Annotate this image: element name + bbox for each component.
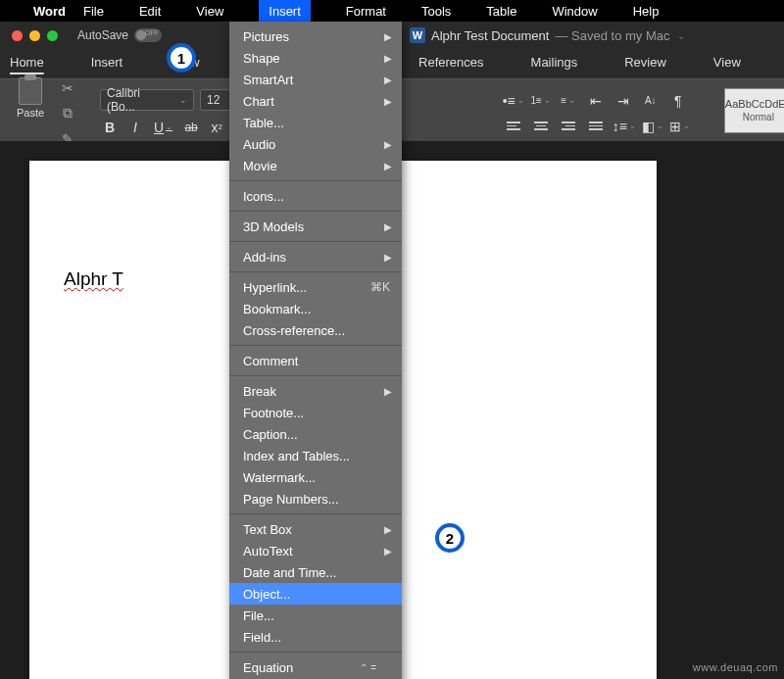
shortcut-label: ⌘K [370, 280, 390, 294]
bold-button[interactable]: B [100, 117, 120, 138]
menubar-file[interactable]: File [83, 4, 104, 19]
minimize-button[interactable] [29, 30, 40, 41]
style-normal[interactable]: AaBbCcDdEe Normal [724, 88, 784, 133]
menu-page-numbers[interactable]: Page Numbers... [229, 488, 402, 509]
menu-index-and-tables[interactable]: Index and Tables... [229, 445, 402, 466]
borders-button[interactable]: ⊞⌄ [669, 117, 691, 136]
pilcrow-button[interactable]: ¶ [667, 91, 689, 111]
menubar-tools[interactable]: Tools [421, 4, 451, 19]
menubar-window[interactable]: Window [552, 4, 597, 19]
menu-shape[interactable]: Shape▶ [229, 47, 402, 69]
menu-separator [229, 652, 402, 653]
menu-icons[interactable]: Icons... [229, 185, 402, 207]
submenu-arrow-icon: ▶ [384, 161, 392, 171]
menu-table[interactable]: Table... [229, 112, 402, 133]
menu-field[interactable]: Field... [229, 626, 402, 648]
menu-watermark[interactable]: Watermark... [229, 466, 402, 488]
menu-separator [229, 513, 402, 514]
menu-bookmark[interactable]: Bookmark... [229, 298, 402, 319]
watermark-text: www.deuaq.com [693, 661, 778, 673]
menu-autotext[interactable]: AutoText▶ [229, 540, 402, 561]
bullets-button[interactable]: •≡⌄ [503, 91, 524, 111]
numbering-button[interactable]: 1≡⌄ [530, 91, 552, 111]
tab-references[interactable]: References [418, 55, 483, 73]
menu-footnote[interactable]: Footnote... [229, 402, 402, 423]
multilevel-button[interactable]: ≡⌄ [558, 91, 579, 111]
menu-caption[interactable]: Caption... [229, 423, 402, 445]
autosave-control[interactable]: AutoSave [77, 28, 162, 42]
document-title: Alphr Test Document [431, 28, 549, 43]
menu-equation[interactable]: Equation⌃ = [229, 656, 402, 678]
word-doc-icon: W [410, 27, 425, 43]
menu-chart[interactable]: Chart▶ [229, 90, 402, 112]
app-name[interactable]: Word [33, 4, 66, 19]
menu-pictures[interactable]: Pictures▶ [229, 25, 402, 47]
menu-object[interactable]: Object... [229, 583, 402, 605]
tab-review[interactable]: Review [624, 55, 666, 73]
sort-button[interactable]: A↓ [640, 91, 662, 111]
submenu-arrow-icon: ▶ [384, 524, 392, 535]
menubar-insert[interactable]: Insert [259, 0, 311, 22]
submenu-arrow-icon: ▶ [384, 31, 392, 42]
justify-button[interactable] [585, 117, 607, 136]
tab-view[interactable]: View [713, 55, 741, 73]
clipboard-icon [19, 77, 42, 105]
close-button[interactable] [12, 30, 23, 41]
document-text[interactable]: Alphr T [64, 268, 123, 289]
paste-label: Paste [17, 107, 44, 119]
menu-date-and-time[interactable]: Date and Time... [229, 561, 402, 583]
menu-3d-models[interactable]: 3D Models▶ [229, 216, 402, 237]
decrease-indent-button[interactable]: ⇤ [585, 91, 607, 111]
menu-break[interactable]: Break▶ [229, 380, 402, 402]
autosave-label: AutoSave [77, 28, 128, 42]
menu-separator [229, 271, 402, 272]
autosave-toggle[interactable] [134, 28, 162, 42]
menubar-table[interactable]: Table [486, 4, 516, 19]
menu-audio[interactable]: Audio▶ [229, 133, 402, 155]
menu-separator [229, 211, 402, 212]
tab-home[interactable]: Home [10, 55, 44, 73]
window-controls [0, 30, 58, 41]
menu-separator [229, 345, 402, 346]
menu-add-ins[interactable]: Add-ins▶ [229, 246, 402, 267]
menu-text-box[interactable]: Text Box▶ [229, 518, 402, 540]
style-label: Normal [743, 112, 774, 122]
submenu-arrow-icon: ▶ [384, 221, 392, 232]
chevron-down-icon[interactable]: ⌄ [677, 30, 685, 41]
align-center-button[interactable] [530, 117, 552, 136]
menubar-edit[interactable]: Edit [139, 4, 161, 19]
underline-button[interactable]: U⌄ [151, 117, 175, 138]
menubar-view[interactable]: View [196, 4, 223, 19]
menubar-help[interactable]: Help [633, 4, 660, 19]
submenu-arrow-icon: ▶ [384, 139, 392, 150]
italic-button[interactable]: I [125, 117, 145, 138]
tab-mailings[interactable]: Mailings [531, 55, 578, 73]
font-family-select[interactable]: Calibri (Bo...⌄ [100, 89, 194, 111]
submenu-arrow-icon: ▶ [384, 74, 392, 85]
menu-cross-reference[interactable]: Cross-reference... [229, 319, 402, 341]
menu-comment[interactable]: Comment [229, 350, 402, 371]
line-spacing-button[interactable]: ↕≡⌄ [612, 117, 636, 136]
align-left-button[interactable] [503, 117, 524, 136]
align-right-button[interactable] [558, 117, 579, 136]
shading-button[interactable]: ◧⌄ [642, 117, 663, 136]
menu-hyperlink[interactable]: Hyperlink...⌘K [229, 276, 402, 298]
submenu-arrow-icon: ▶ [384, 546, 392, 557]
copy-icon[interactable]: ⧉ [59, 105, 76, 122]
subscript-button[interactable]: x2 [207, 117, 226, 138]
paste-group[interactable]: Paste [6, 73, 55, 148]
submenu-arrow-icon: ▶ [384, 53, 392, 64]
menu-smartart[interactable]: SmartArt▶ [229, 69, 402, 90]
strike-button[interactable]: ab [181, 117, 201, 138]
increase-indent-button[interactable]: ⇥ [612, 91, 634, 111]
submenu-arrow-icon: ▶ [384, 96, 392, 107]
menu-separator [229, 180, 402, 181]
menu-file[interactable]: File... [229, 605, 402, 626]
zoom-button[interactable] [47, 30, 58, 41]
tab-insert[interactable]: Insert [91, 55, 123, 73]
shortcut-label: ⌃ = [360, 662, 376, 673]
submenu-arrow-icon: ▶ [384, 252, 392, 263]
menubar-format[interactable]: Format [346, 4, 386, 19]
menu-movie[interactable]: Movie▶ [229, 155, 402, 176]
cut-icon[interactable]: ✂ [59, 79, 76, 97]
